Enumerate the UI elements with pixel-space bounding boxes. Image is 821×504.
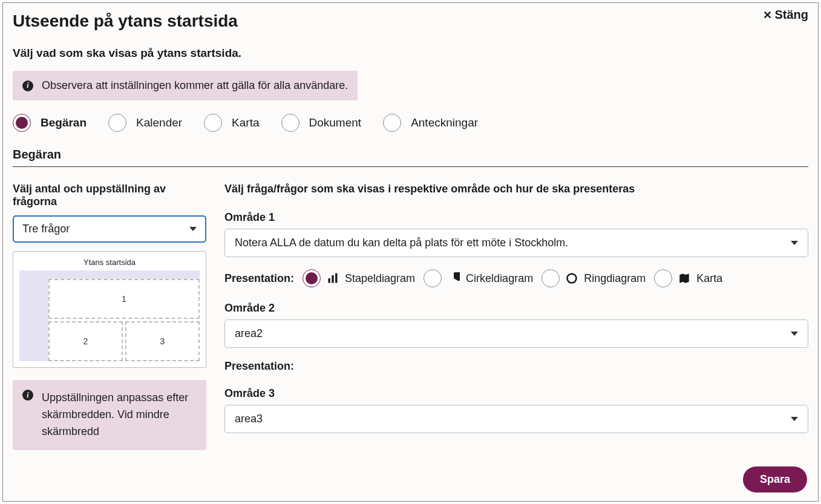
radio-map[interactable]: Karta: [654, 269, 722, 287]
svg-rect-2: [335, 273, 337, 283]
section-divider: [13, 166, 808, 167]
radio-icon: [108, 114, 126, 132]
chevron-down-icon: [791, 417, 798, 421]
area-1-block: Område 1 Notera ALLA de datum du kan del…: [224, 211, 808, 287]
radio-label: Ringdiagram: [584, 272, 646, 285]
area-1-label: Område 1: [224, 211, 808, 224]
preview-title: Ytans startsida: [19, 258, 200, 267]
svg-marker-4: [680, 274, 683, 283]
radio-kalender[interactable]: Kalender: [108, 114, 182, 132]
info-icon: i: [22, 80, 33, 91]
radio-donut-chart[interactable]: Ringdiagram: [541, 269, 646, 287]
radio-icon: [13, 114, 31, 132]
section-heading: Begäran: [13, 148, 808, 162]
close-label: Stäng: [774, 8, 808, 22]
area-3-block: Område 3 area3: [224, 387, 808, 433]
presentation-label: Presentation:: [224, 360, 294, 373]
preview-area-1: 1: [48, 279, 200, 319]
radio-label: Anteckningar: [411, 116, 478, 129]
radio-dokument[interactable]: Dokument: [281, 114, 362, 132]
chevron-down-icon: [791, 241, 798, 245]
chevron-down-icon: [189, 227, 197, 231]
info-icon: i: [22, 390, 33, 401]
area-1-select-value: Notera ALLA de datum du kan delta på pla…: [235, 237, 568, 249]
area-3-select-value: area3: [235, 413, 263, 425]
radio-begaran[interactable]: Begäran: [13, 114, 87, 132]
global-info-text: Observera att inställningen kommer att g…: [42, 79, 348, 92]
right-column: Välj fråga/frågor som ska visas i respek…: [224, 183, 808, 450]
presentation-row-2: Presentation:: [224, 360, 808, 373]
page-subtitle: Välj vad som ska visas på ytans startsid…: [13, 47, 808, 60]
layout-select[interactable]: Tre frågor: [13, 215, 206, 243]
svg-rect-1: [332, 275, 333, 283]
preview-area-3: 3: [125, 321, 200, 361]
layout-preview: Ytans startsida 1 2 3: [13, 251, 206, 368]
radio-bar-chart[interactable]: Stapeldiagram: [303, 269, 415, 287]
svg-marker-6: [686, 274, 689, 283]
radio-icon: [204, 114, 222, 132]
pie-chart-icon: [448, 272, 460, 284]
radio-icon: [383, 114, 401, 132]
area-2-select[interactable]: area2: [224, 319, 808, 348]
svg-point-3: [568, 274, 577, 283]
page-title: Utseende på ytans startsida: [13, 11, 808, 31]
radio-label: Kalender: [136, 116, 182, 129]
svg-marker-5: [683, 274, 686, 283]
radio-karta[interactable]: Karta: [204, 114, 259, 132]
area-1-select[interactable]: Notera ALLA de datum du kan delta på pla…: [224, 229, 808, 257]
radio-label: Stapeldiagram: [345, 272, 415, 285]
radio-label: Cirkeldiagram: [466, 272, 533, 285]
radio-label: Karta: [696, 272, 722, 285]
left-column: Välj antal och uppställning av frågorna …: [13, 183, 206, 450]
global-info-banner: i Observera att inställningen kommer att…: [13, 71, 358, 100]
preview-area-2: 2: [48, 321, 123, 361]
radio-icon: [424, 269, 442, 287]
layout-info-text: Uppställningen anpassas efter skärmbredd…: [42, 390, 197, 440]
preview-topbar: [48, 270, 200, 279]
area-2-select-value: area2: [235, 327, 263, 340]
radio-icon: [281, 114, 299, 132]
save-button[interactable]: Spara: [743, 466, 807, 493]
map-icon: [678, 272, 690, 284]
chevron-down-icon: [791, 332, 798, 336]
radio-icon: [541, 269, 560, 287]
area-3-select[interactable]: area3: [224, 405, 808, 433]
area-2-block: Område 2 area2 Presentation:: [224, 302, 808, 373]
area-3-label: Område 3: [224, 387, 808, 400]
close-icon: ✕: [763, 8, 772, 22]
area-2-label: Område 2: [224, 302, 808, 315]
bar-chart-icon: [327, 272, 339, 284]
presentation-row-1: Presentation: Stapeldiagram Cirkeldiagra…: [224, 269, 808, 287]
layout-info-banner: i Uppställningen anpassas efter skärmbre…: [13, 380, 206, 450]
radio-pie-chart[interactable]: Cirkeldiagram: [424, 269, 533, 287]
radio-label: Karta: [232, 116, 259, 129]
radio-label: Begäran: [41, 116, 87, 129]
close-button[interactable]: ✕ Stäng: [763, 8, 808, 22]
presentation-label: Presentation:: [224, 272, 294, 285]
layout-select-value: Tre frågor: [22, 223, 70, 235]
areas-heading: Välj fråga/frågor som ska visas i respek…: [224, 183, 808, 195]
radio-icon: [303, 269, 321, 287]
settings-dialog: ✕ Stäng Utseende på ytans startsida Välj…: [2, 2, 819, 502]
radio-anteckningar[interactable]: Anteckningar: [383, 114, 478, 132]
radio-label: Dokument: [309, 116, 362, 129]
view-type-radio-group: Begäran Kalender Karta Dokument Anteckni…: [13, 114, 808, 132]
preview-sidebar: [19, 270, 48, 361]
layout-label: Välj antal och uppställning av frågorna: [13, 183, 206, 208]
radio-icon: [654, 269, 672, 287]
config-columns: Välj antal och uppställning av frågorna …: [13, 183, 808, 450]
donut-chart-icon: [566, 272, 578, 284]
svg-rect-0: [329, 278, 330, 283]
